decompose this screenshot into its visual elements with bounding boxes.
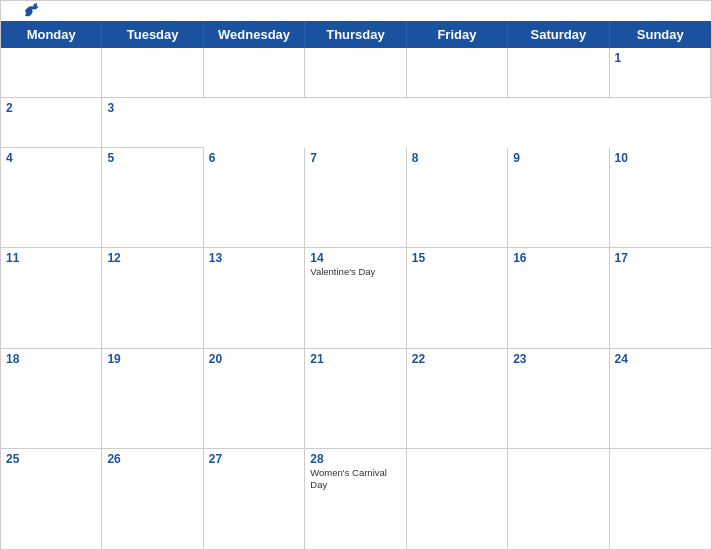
- day-cell: 2: [1, 98, 102, 148]
- week-row-4: 18192021222324: [1, 349, 711, 449]
- day-number: 1: [615, 51, 705, 65]
- day-cell: [1, 48, 102, 98]
- day-cell: 20: [204, 349, 305, 449]
- day-number: 22: [412, 352, 502, 366]
- day-number: 6: [209, 151, 299, 165]
- day-header-monday: Monday: [1, 21, 102, 48]
- calendar: MondayTuesdayWednesdayThursdayFridaySatu…: [0, 0, 712, 550]
- day-cell: 17: [610, 248, 711, 348]
- day-cell: 6: [204, 148, 305, 248]
- day-cell: 8: [407, 148, 508, 248]
- logo: [21, 3, 41, 19]
- day-number: 27: [209, 452, 299, 466]
- day-number: 12: [107, 251, 197, 265]
- day-number: 5: [107, 151, 197, 165]
- day-header-friday: Friday: [407, 21, 508, 48]
- day-cell: 13: [204, 248, 305, 348]
- calendar-grid: 1234567891011121314Valentine's Day151617…: [1, 48, 711, 549]
- day-number: 8: [412, 151, 502, 165]
- day-number: 4: [6, 151, 96, 165]
- week-row-2: 45678910: [1, 148, 711, 248]
- day-cell: 4: [1, 148, 102, 248]
- day-number: 13: [209, 251, 299, 265]
- day-number: 7: [310, 151, 400, 165]
- day-header-sunday: Sunday: [610, 21, 711, 48]
- day-number: 26: [107, 452, 197, 466]
- day-cell: [204, 48, 305, 98]
- day-number: 20: [209, 352, 299, 366]
- day-number: 10: [615, 151, 706, 165]
- day-cell: 26: [102, 449, 203, 549]
- day-cell: 1: [610, 48, 711, 98]
- day-cell: 5: [102, 148, 203, 248]
- day-cell: 22: [407, 349, 508, 449]
- day-cell: 15: [407, 248, 508, 348]
- day-number: 28: [310, 452, 400, 466]
- day-cell: 14Valentine's Day: [305, 248, 406, 348]
- day-cell: 9: [508, 148, 609, 248]
- calendar-header: [1, 1, 711, 21]
- day-number: 24: [615, 352, 706, 366]
- day-cell: 28Women's Carnival Day: [305, 449, 406, 549]
- day-number: 21: [310, 352, 400, 366]
- logo-bird-icon: [23, 3, 41, 19]
- day-number: 15: [412, 251, 502, 265]
- day-cell: 3: [102, 98, 203, 148]
- week-row-5: 25262728Women's Carnival Day: [1, 449, 711, 549]
- day-cell: [508, 48, 609, 98]
- day-number: 11: [6, 251, 96, 265]
- day-cell: 23: [508, 349, 609, 449]
- day-headers-row: MondayTuesdayWednesdayThursdayFridaySatu…: [1, 21, 711, 48]
- day-cell: 24: [610, 349, 711, 449]
- day-cell: 7: [305, 148, 406, 248]
- day-header-thursday: Thursday: [305, 21, 406, 48]
- day-number: 18: [6, 352, 96, 366]
- day-cell: 16: [508, 248, 609, 348]
- day-cell: [508, 449, 609, 549]
- day-cell: [407, 48, 508, 98]
- day-cell: 12: [102, 248, 203, 348]
- day-header-wednesday: Wednesday: [204, 21, 305, 48]
- day-cell: 25: [1, 449, 102, 549]
- day-number: 17: [615, 251, 706, 265]
- day-header-tuesday: Tuesday: [102, 21, 203, 48]
- day-number: 25: [6, 452, 96, 466]
- day-number: 14: [310, 251, 400, 265]
- day-cell: 21: [305, 349, 406, 449]
- day-number: 19: [107, 352, 197, 366]
- holiday-label: Women's Carnival Day: [310, 467, 400, 492]
- logo-blue-text: [21, 3, 41, 19]
- day-cell: [305, 48, 406, 98]
- week-row-3: 11121314Valentine's Day151617: [1, 248, 711, 348]
- day-cell: 18: [1, 349, 102, 449]
- day-cell: 11: [1, 248, 102, 348]
- day-number: 3: [107, 101, 198, 115]
- day-cell: [102, 48, 203, 98]
- holiday-label: Valentine's Day: [310, 266, 400, 278]
- day-number: 9: [513, 151, 603, 165]
- day-number: 16: [513, 251, 603, 265]
- day-header-saturday: Saturday: [508, 21, 609, 48]
- week-row-1: 123: [1, 48, 711, 148]
- day-cell: 10: [610, 148, 711, 248]
- day-cell: 27: [204, 449, 305, 549]
- day-number: 23: [513, 352, 603, 366]
- day-cell: [407, 449, 508, 549]
- day-cell: [610, 449, 711, 549]
- day-cell: 19: [102, 349, 203, 449]
- day-number: 2: [6, 101, 96, 115]
